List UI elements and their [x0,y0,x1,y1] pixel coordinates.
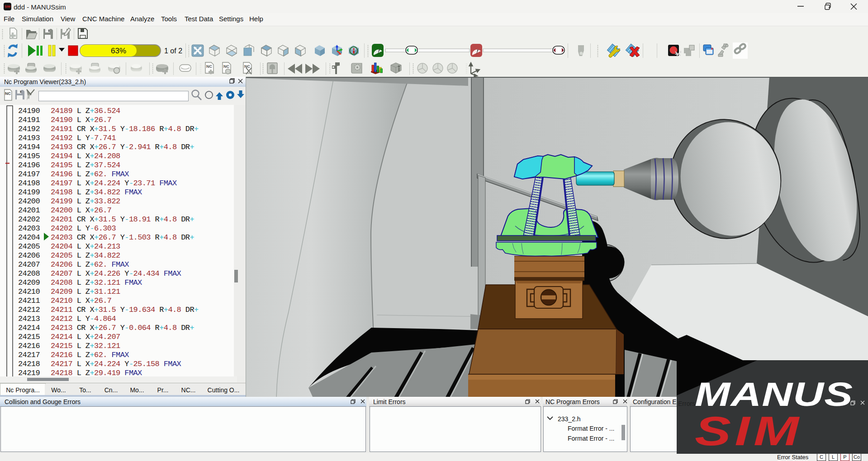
svg-text:Format Error - ...: Format Error - ... [568,435,614,442]
svg-text:MANUS: MANUS [695,376,853,413]
svg-text:1 of 2: 1 of 2 [164,47,182,55]
svg-text:233_2.h: 233_2.h [558,415,581,423]
svg-text:63%: 63% [111,47,126,55]
svg-text:Errors: Errors [678,400,695,407]
svg-text:SIM: SIM [695,408,800,454]
svg-text:NC: NC [244,64,250,69]
svg-text:NC: NC [5,91,11,96]
svg-text:NC: NC [223,64,229,69]
svg-text:Format Error - ...: Format Error - ... [568,425,614,432]
svg-text:NC: NC [206,64,212,69]
